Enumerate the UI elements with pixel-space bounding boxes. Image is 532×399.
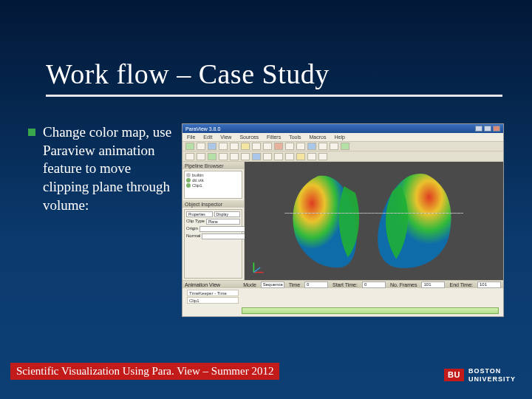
save-icon[interactable] bbox=[197, 143, 205, 150]
clip-type-select[interactable]: Plane bbox=[206, 219, 240, 225]
mode-select[interactable]: Sequence bbox=[261, 282, 284, 288]
vcr-last-icon[interactable] bbox=[230, 153, 239, 160]
paraview-main: Pipeline Browser builtin dti.vtk Clip1 O… bbox=[183, 162, 503, 280]
vcr-play-icon[interactable] bbox=[208, 153, 216, 160]
tool-icon[interactable] bbox=[307, 153, 316, 160]
tool-icon[interactable] bbox=[307, 143, 316, 150]
menu-tools[interactable]: Tools bbox=[289, 134, 301, 140]
tool-icon[interactable] bbox=[252, 143, 261, 150]
mode-label: Mode bbox=[243, 282, 256, 287]
vcr-next-icon[interactable] bbox=[219, 153, 228, 160]
tool-icon[interactable] bbox=[241, 143, 250, 150]
nframes-field[interactable]: 101 bbox=[421, 282, 445, 288]
camera-icon[interactable] bbox=[252, 153, 261, 160]
menu-help[interactable]: Help bbox=[334, 134, 344, 140]
start-label: Start Time: bbox=[332, 282, 358, 287]
paraview-window: ParaView 3.8.0 File Edit View Sources Fi… bbox=[182, 123, 504, 317]
clip-type-label: Clip Type bbox=[186, 219, 205, 225]
visualization-canvas bbox=[245, 162, 503, 280]
tool-icon[interactable] bbox=[296, 143, 305, 150]
animation-controls: Mode Sequence Time 0 Start Time: 0 No. F… bbox=[243, 282, 501, 288]
toolbar-1 bbox=[183, 141, 503, 151]
axis-icon[interactable] bbox=[285, 153, 294, 160]
close-icon[interactable] bbox=[493, 126, 500, 132]
bu-logo-words: BOSTON UNIVERSITY bbox=[468, 367, 516, 383]
bullet-item: Change color map, use Paraview animation… bbox=[28, 123, 176, 214]
visibility-icon[interactable] bbox=[186, 178, 191, 183]
origin-label: Origin bbox=[186, 226, 198, 232]
axis-icon[interactable] bbox=[296, 153, 305, 160]
props-header: Object Inspector bbox=[183, 200, 244, 208]
render-view[interactable] bbox=[245, 162, 503, 280]
minimize-icon[interactable] bbox=[475, 126, 482, 132]
tab-display[interactable]: Display bbox=[214, 211, 241, 217]
menu-file[interactable]: File bbox=[187, 134, 195, 140]
vcr-prev-icon[interactable] bbox=[197, 153, 205, 160]
bu-logo: BU BOSTON UNIVERSITY bbox=[444, 367, 516, 383]
title-wrap: Work flow – Case Study bbox=[46, 58, 502, 97]
animation-title: Animation View bbox=[185, 282, 220, 287]
track-labels: TimeKeeper - Time Clip1 bbox=[187, 290, 239, 304]
screenshot-column: ParaView 3.8.0 File Edit View Sources Fi… bbox=[176, 123, 510, 317]
pipeline-tree[interactable]: builtin dti.vtk Clip1 bbox=[184, 171, 242, 199]
bu-word2: UNIVERSITY bbox=[468, 375, 516, 383]
menu-macros[interactable]: Macros bbox=[309, 134, 326, 140]
menu-sources[interactable]: Sources bbox=[239, 134, 259, 140]
axis-icon[interactable] bbox=[263, 153, 272, 160]
paraview-titlebar: ParaView 3.8.0 bbox=[183, 124, 503, 133]
undo-icon[interactable] bbox=[219, 143, 228, 150]
connect-icon[interactable] bbox=[208, 143, 216, 150]
tool-icon[interactable] bbox=[263, 143, 272, 150]
timeline-track[interactable] bbox=[242, 307, 499, 314]
menu-filters[interactable]: Filters bbox=[267, 134, 281, 140]
tree-item: Clip1 bbox=[186, 183, 240, 188]
nframes-label: No. Frames bbox=[390, 282, 417, 287]
animation-header: Animation View Mode Sequence Time 0 Star… bbox=[183, 281, 503, 288]
end-field[interactable]: 101 bbox=[477, 282, 501, 288]
paraview-title: ParaView 3.8.0 bbox=[185, 126, 220, 132]
menu-bar: File Edit View Sources Filters Tools Mac… bbox=[183, 133, 503, 141]
tree-item: dti.vtk bbox=[186, 178, 240, 183]
normal-label: Normal bbox=[186, 233, 200, 239]
track-label[interactable]: TimeKeeper - Time bbox=[187, 290, 239, 296]
tool-icon[interactable] bbox=[341, 143, 349, 150]
window-buttons bbox=[475, 126, 500, 132]
redo-icon[interactable] bbox=[230, 143, 239, 150]
time-label: Time bbox=[289, 282, 300, 287]
origin-input[interactable] bbox=[200, 226, 250, 232]
track-label[interactable]: Clip1 bbox=[187, 297, 239, 304]
tool-icon[interactable] bbox=[274, 143, 283, 150]
tool-icon[interactable] bbox=[330, 143, 338, 150]
maximize-icon[interactable] bbox=[484, 126, 491, 132]
tool-icon[interactable] bbox=[318, 153, 327, 160]
tool-icon[interactable] bbox=[285, 143, 294, 150]
menu-edit[interactable]: Edit bbox=[203, 134, 212, 140]
visibility-icon[interactable] bbox=[186, 183, 191, 188]
toolbar-2 bbox=[183, 151, 503, 162]
bullet-text: Change color map, use Paraview animation… bbox=[43, 123, 176, 214]
tab-properties[interactable]: Properties bbox=[186, 211, 213, 217]
animation-panel: Animation View Mode Sequence Time 0 Star… bbox=[183, 280, 503, 317]
slide: Work flow – Case Study Change color map,… bbox=[0, 0, 532, 399]
bu-logo-abbrev: BU bbox=[444, 369, 464, 381]
animation-tracks: TimeKeeper - Time Clip1 bbox=[183, 288, 503, 304]
left-panel: Pipeline Browser builtin dti.vtk Clip1 O… bbox=[183, 162, 245, 280]
vcr-first-icon[interactable] bbox=[185, 153, 194, 160]
footer-label: Scientific Visualization Using Para. Vie… bbox=[10, 363, 279, 380]
loop-icon[interactable] bbox=[241, 153, 250, 160]
axis-icon[interactable] bbox=[274, 153, 283, 160]
start-field[interactable]: 0 bbox=[362, 282, 386, 288]
visibility-icon[interactable] bbox=[186, 173, 191, 177]
slide-title: Work flow – Case Study bbox=[46, 58, 502, 97]
bu-word1: BOSTON bbox=[468, 367, 516, 375]
open-icon[interactable] bbox=[185, 143, 194, 150]
menu-view[interactable]: View bbox=[220, 134, 231, 140]
pipeline-header: Pipeline Browser bbox=[183, 162, 244, 169]
time-field[interactable]: 0 bbox=[304, 282, 328, 288]
end-label: End Time: bbox=[449, 282, 473, 287]
props-panel: Properties Display Clip Type Plane Origi… bbox=[184, 209, 242, 279]
svg-line-4 bbox=[253, 267, 260, 273]
tool-icon[interactable] bbox=[318, 143, 327, 150]
tree-item: builtin bbox=[186, 173, 240, 177]
volume-render-icon bbox=[281, 169, 467, 271]
